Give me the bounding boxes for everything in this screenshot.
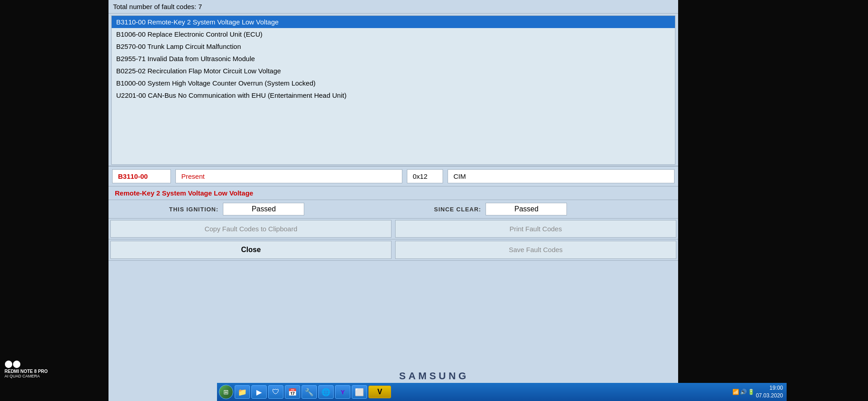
detail-status: Present xyxy=(175,169,402,183)
list-item[interactable]: B1000-00 System High Voltage Counter Ove… xyxy=(112,77,675,89)
main-screen: Total number of fault codes: 7 B3110-00 … xyxy=(108,0,678,401)
button-row-1: Copy Fault Codes to Clipboard Print Faul… xyxy=(108,219,678,239)
list-item[interactable]: U2201-00 CAN-Bus No Communication with E… xyxy=(112,89,675,101)
app-v-button[interactable]: V xyxy=(368,386,391,398)
folder-icon: 📁 xyxy=(238,388,247,396)
battery-icon: 🔋 xyxy=(748,389,755,395)
shield-icon: 🛡 xyxy=(272,388,279,396)
network-icon: 📶 xyxy=(732,389,739,395)
files-button[interactable]: 📁 xyxy=(235,385,250,399)
calendar-button[interactable]: 📅 xyxy=(285,385,300,399)
list-item[interactable]: B1006-00 Replace Electronic Control Unit… xyxy=(112,28,675,40)
detail-hex: 0x12 xyxy=(407,169,443,183)
tools-button[interactable]: 🔧 xyxy=(302,385,317,399)
security-button[interactable]: 🛡 xyxy=(268,385,283,399)
play-icon: ▶ xyxy=(256,388,262,396)
copy-fault-codes-button[interactable]: Copy Fault Codes to Clipboard xyxy=(110,220,392,238)
taskbar: ⊞ 📁 ▶ 🛡 📅 🔧 🌐 Y ⬜ V 📶 � xyxy=(217,383,787,401)
taskbar-system-icons: 📶 🔊 🔋 xyxy=(732,389,755,395)
list-item[interactable]: B2570-00 Trunk Lamp Circuit Malfunction xyxy=(112,40,675,53)
status-row: THIS IGNITION: Passed SINCE CLEAR: Passe… xyxy=(108,200,678,219)
since-clear-value: Passed xyxy=(486,203,567,215)
camera-subtitle: AI QUAD CAMERA xyxy=(5,374,48,378)
taskbar-clock: 19:00 07.03.2020 xyxy=(756,384,785,400)
camera-icon: ⬤⬤ xyxy=(5,359,21,368)
list-item[interactable]: B2955-71 Invalid Data from Ultrasonic Mo… xyxy=(112,53,675,65)
tools-icon: 🔧 xyxy=(305,388,314,396)
left-bezel: ⬤⬤ REDMI NOTE 8 PRO AI QUAD CAMERA xyxy=(0,0,108,401)
header-bar: Total number of fault codes: 7 xyxy=(108,0,678,14)
play-button[interactable]: ▶ xyxy=(251,385,267,399)
right-bezel xyxy=(678,0,868,401)
detail-description: Remote-Key 2 System Voltage Low Voltage xyxy=(108,186,678,200)
camera-brand: REDMI NOTE 8 PRO xyxy=(5,369,48,374)
detail-module: CIM xyxy=(448,169,675,183)
chrome-icon: 🌐 xyxy=(321,388,330,396)
this-ignition-value: Passed xyxy=(223,203,304,215)
volume-icon: 🔊 xyxy=(740,389,747,395)
since-clear-section: SINCE CLEAR: Passed xyxy=(411,203,672,215)
window-icon: ⬜ xyxy=(355,388,364,396)
yahoo-icon: Y xyxy=(341,389,345,396)
close-button[interactable]: Close xyxy=(110,241,392,259)
fault-count-label: Total number of fault codes: 7 xyxy=(113,3,202,10)
app-v-label: V xyxy=(377,388,382,396)
calendar-icon: 📅 xyxy=(288,388,297,396)
chrome-button[interactable]: 🌐 xyxy=(318,385,334,399)
detail-code: B3110-00 xyxy=(112,169,171,183)
this-ignition-section: THIS IGNITION: Passed xyxy=(115,203,407,215)
yahoo-button[interactable]: Y xyxy=(335,385,350,399)
list-item[interactable]: B3110-00 Remote-Key 2 System Voltage Low… xyxy=(112,16,675,28)
detail-section: B3110-00 Present 0x12 CIM Remote-Key 2 S… xyxy=(108,166,678,261)
since-clear-label: SINCE CLEAR: xyxy=(434,206,481,213)
fault-code-list[interactable]: B3110-00 Remote-Key 2 System Voltage Low… xyxy=(111,15,675,165)
camera-info: ⬤⬤ REDMI NOTE 8 PRO AI QUAD CAMERA xyxy=(5,359,48,378)
save-fault-codes-button[interactable]: Save Fault Codes xyxy=(395,241,676,259)
windows-icon: ⊞ xyxy=(223,388,229,396)
print-fault-codes-button[interactable]: Print Fault Codes xyxy=(395,220,676,238)
code-info-row: B3110-00 Present 0x12 CIM xyxy=(108,167,678,186)
window-button[interactable]: ⬜ xyxy=(352,385,367,399)
samsung-label: SAMSUNG xyxy=(399,370,469,382)
start-button[interactable]: ⊞ xyxy=(219,385,233,399)
this-ignition-label: THIS IGNITION: xyxy=(169,206,218,213)
button-row-2: Close Save Fault Codes xyxy=(108,239,678,261)
list-item[interactable]: B0225-02 Recirculation Flap Motor Circui… xyxy=(112,65,675,77)
